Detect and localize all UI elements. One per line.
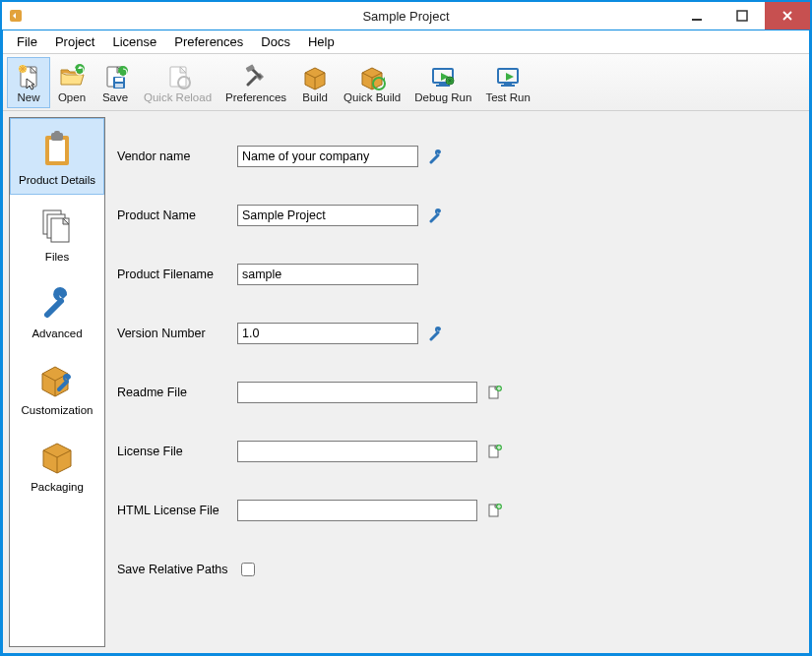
product-name-label: Product Name — [117, 209, 237, 222]
toolbar-open-button[interactable]: Open — [50, 57, 94, 108]
browse-file-icon[interactable] — [487, 503, 503, 518]
build-icon — [300, 62, 330, 91]
svg-rect-16 — [439, 83, 447, 85]
toolbar-save-button[interactable]: Save — [94, 57, 137, 108]
customization-icon — [33, 359, 81, 400]
nav-files[interactable]: Files — [10, 195, 104, 271]
title-bar: Sample Project — [2, 2, 810, 30]
wrench-icon — [33, 282, 81, 324]
product-name-input[interactable] — [237, 205, 418, 226]
nav-product-details[interactable]: Product Details — [10, 118, 104, 195]
toolbar-preferences-label: Preferences — [225, 91, 286, 103]
maximize-button[interactable] — [719, 2, 765, 30]
nav-packaging[interactable]: Packaging — [10, 425, 104, 502]
app-icon — [8, 8, 24, 24]
toolbar-quick-build-button[interactable]: Quick Build — [337, 57, 407, 108]
toolbar-save-label: Save — [102, 91, 128, 103]
files-icon — [33, 206, 81, 247]
svg-rect-9 — [115, 84, 123, 88]
toolbar: New Open — [3, 54, 809, 111]
form-panel: Vendor name Product Name — [111, 117, 803, 647]
html-license-file-label: HTML License File — [117, 504, 237, 517]
nav-product-details-label: Product Details — [19, 174, 95, 186]
wrench-small-icon[interactable] — [428, 149, 444, 164]
toolbar-build-button[interactable]: Build — [293, 57, 337, 108]
new-file-icon — [14, 62, 43, 91]
toolbar-debug-run-button[interactable]: Debug Run — [407, 57, 478, 108]
toolbar-new-label: New — [17, 91, 39, 103]
minimize-button[interactable] — [674, 2, 719, 30]
wrench-small-icon[interactable] — [428, 326, 444, 341]
browse-file-icon[interactable] — [487, 385, 503, 400]
browse-file-icon[interactable] — [487, 444, 503, 459]
toolbar-new-button[interactable]: New — [7, 57, 50, 108]
open-folder-icon — [57, 62, 87, 91]
product-filename-label: Product Filename — [117, 268, 237, 281]
toolbar-quick-build-label: Quick Build — [344, 91, 401, 103]
menu-docs[interactable]: Docs — [253, 32, 298, 51]
left-nav: Product Details Files — [9, 117, 105, 647]
svg-rect-25 — [54, 131, 60, 135]
toolbar-quick-reload-button[interactable]: Quick Reload — [137, 57, 219, 108]
version-number-label: Version Number — [117, 327, 237, 340]
svg-rect-21 — [501, 85, 515, 87]
close-button[interactable] — [765, 2, 810, 30]
nav-customization-label: Customization — [22, 404, 94, 416]
toolbar-quick-reload-label: Quick Reload — [144, 91, 212, 103]
wrench-small-icon[interactable] — [428, 208, 444, 223]
save-icon — [100, 62, 130, 91]
quick-build-icon — [357, 62, 387, 91]
toolbar-build-label: Build — [302, 91, 328, 103]
svg-rect-20 — [504, 83, 512, 85]
license-file-label: License File — [117, 445, 237, 458]
menu-project[interactable]: Project — [47, 32, 102, 51]
toolbar-test-run-label: Test Run — [485, 91, 530, 103]
menu-bar: File Project License Preferences Docs He… — [3, 30, 809, 54]
nav-files-label: Files — [45, 251, 69, 263]
version-number-input[interactable] — [237, 323, 418, 344]
main-area: Product Details Files — [3, 111, 809, 653]
vendor-name-input[interactable] — [237, 146, 418, 167]
toolbar-test-run-button[interactable]: Test Run — [478, 57, 536, 108]
toolbar-debug-run-label: Debug Run — [414, 91, 471, 103]
nav-customization[interactable]: Customization — [10, 348, 104, 425]
svg-rect-2 — [737, 11, 747, 21]
svg-rect-17 — [436, 85, 450, 87]
svg-rect-1 — [692, 19, 702, 21]
nav-advanced[interactable]: Advanced — [10, 271, 104, 348]
menu-file[interactable]: File — [9, 32, 45, 51]
html-license-file-input[interactable] — [237, 500, 477, 521]
save-relative-checkbox[interactable] — [241, 563, 255, 576]
license-file-input[interactable] — [237, 441, 477, 462]
nav-advanced-label: Advanced — [31, 328, 82, 339]
preferences-icon — [241, 62, 271, 91]
readme-file-input[interactable] — [237, 382, 477, 403]
debug-run-icon — [428, 62, 458, 91]
nav-packaging-label: Packaging — [31, 481, 84, 493]
svg-rect-8 — [115, 78, 123, 82]
readme-file-label: Readme File — [117, 386, 237, 399]
menu-license[interactable]: License — [104, 32, 164, 51]
menu-help[interactable]: Help — [300, 32, 343, 51]
packaging-icon — [33, 436, 81, 477]
toolbar-open-label: Open — [58, 91, 86, 103]
save-relative-label: Save Relative Paths — [117, 563, 237, 576]
test-run-icon — [493, 62, 523, 91]
toolbar-preferences-button[interactable]: Preferences — [219, 57, 293, 108]
menu-preferences[interactable]: Preferences — [166, 32, 251, 51]
vendor-name-label: Vendor name — [117, 149, 237, 163]
clipboard-icon — [33, 129, 81, 170]
quick-reload-icon — [163, 62, 193, 91]
svg-rect-23 — [49, 140, 65, 161]
product-filename-input[interactable] — [237, 264, 418, 285]
